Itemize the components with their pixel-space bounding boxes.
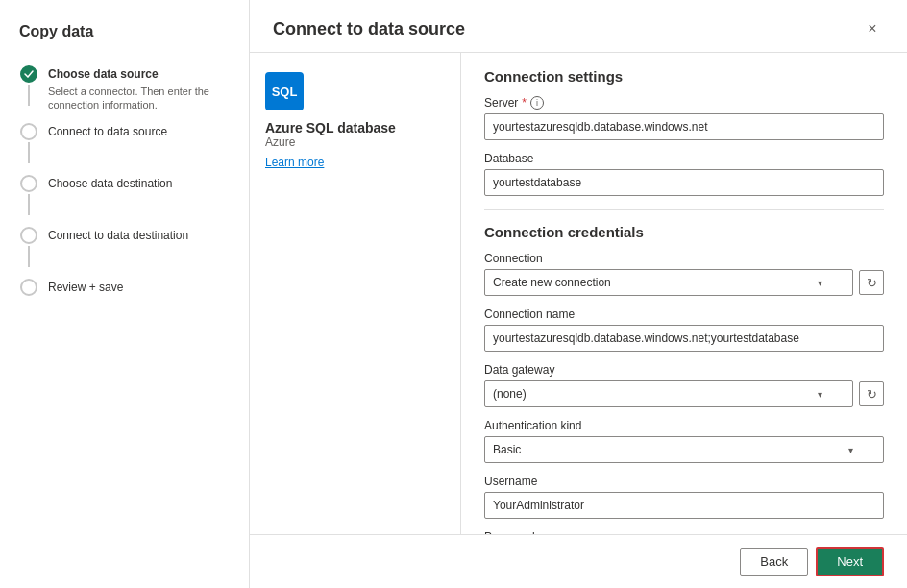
step-circle-2: [20, 123, 37, 140]
connection-name-label: Connection name: [484, 307, 884, 321]
sidebar-step-choose-destination: Choose data destination: [19, 169, 230, 221]
server-required: *: [522, 96, 527, 110]
step-indicator-1: [19, 65, 38, 106]
connection-credentials-title: Connection credentials: [484, 224, 884, 240]
sidebar: Copy data Choose data source Select a co…: [0, 0, 250, 588]
auth-kind-label: Authentication kind: [484, 419, 884, 432]
data-gateway-select[interactable]: (none): [484, 380, 853, 407]
page-title: Connect to data source: [273, 19, 465, 39]
step-content-4: Connect to data destination: [48, 227, 230, 244]
sidebar-step-connect-source: Connect to data source: [19, 117, 230, 169]
source-type: Azure: [265, 135, 445, 149]
auth-kind-select[interactable]: Basic: [484, 436, 884, 463]
source-icon: SQL: [265, 72, 304, 110]
back-button[interactable]: Back: [740, 548, 808, 576]
database-input[interactable]: [484, 169, 884, 196]
data-gateway-select-row: (none) ▾ ↻: [484, 380, 884, 407]
step-line-2: [28, 142, 30, 163]
copy-data-modal: Copy data Choose data source Select a co…: [0, 0, 907, 588]
data-gateway-label: Data gateway: [484, 363, 884, 377]
step-content-1: Choose data source Select a connector. T…: [48, 65, 230, 111]
learn-more-link[interactable]: Learn more: [265, 156, 324, 169]
main-panel: Connect to data source × SQL Azure SQL d…: [250, 0, 907, 588]
server-input[interactable]: [484, 113, 884, 140]
step-indicator-2: [19, 123, 38, 163]
auth-kind-field-group: Authentication kind Basic ▾: [484, 419, 884, 463]
step-indicator-4: [19, 227, 38, 267]
step-content-5: Review + save: [48, 279, 230, 296]
connection-select-wrapper: Create new connection ▾: [484, 269, 853, 296]
server-info-icon[interactable]: i: [530, 96, 544, 110]
step-content-3: Choose data destination: [48, 175, 230, 192]
next-button[interactable]: Next: [816, 547, 884, 576]
source-name: Azure SQL database: [265, 120, 445, 135]
step-indicator-5: [19, 279, 38, 296]
sidebar-step-choose-source: Choose data source Select a connector. T…: [19, 60, 230, 117]
close-button[interactable]: ×: [861, 17, 884, 40]
sidebar-step-review: Review + save: [19, 273, 230, 302]
step-line-3: [28, 194, 30, 215]
server-field-group: Server * i: [484, 96, 884, 140]
auth-kind-select-wrapper: Basic ▾: [484, 436, 884, 463]
connection-select-row: Create new connection ▾ ↻: [484, 269, 884, 296]
main-body: SQL Azure SQL database Azure Learn more …: [250, 53, 907, 534]
connection-select[interactable]: Create new connection: [484, 269, 853, 296]
connection-name-field-group: Connection name: [484, 307, 884, 352]
data-gateway-select-wrapper: (none) ▾: [484, 380, 853, 407]
database-field-group: Database: [484, 152, 884, 196]
connection-field-group: Connection Create new connection ▾ ↻: [484, 252, 884, 296]
step-circle-4: [20, 227, 37, 244]
data-gateway-field-group: Data gateway (none) ▾ ↻: [484, 363, 884, 407]
connection-label: Connection: [484, 252, 884, 265]
server-label: Server * i: [484, 96, 884, 110]
step-circle-1: [20, 65, 37, 83]
step-label-5: Review + save: [48, 280, 230, 296]
step-line-4: [28, 246, 30, 267]
step-line-1: [28, 85, 30, 106]
sidebar-step-connect-destination: Connect to data destination: [19, 221, 230, 273]
step-label-4: Connect to data destination: [48, 228, 230, 244]
step-content-2: Connect to data source: [48, 123, 230, 140]
database-label: Database: [484, 152, 884, 165]
step-label-3: Choose data destination: [48, 176, 230, 192]
username-field-group: Username: [484, 475, 884, 519]
section-divider: [484, 209, 884, 210]
connection-refresh-button[interactable]: ↻: [859, 270, 884, 295]
main-header: Connect to data source ×: [250, 0, 907, 53]
step-indicator-3: [19, 175, 38, 215]
data-gateway-refresh-button[interactable]: ↻: [859, 381, 884, 406]
step-label-1: Choose data source: [48, 66, 230, 83]
username-input[interactable]: [484, 492, 884, 519]
step-sublabel-1: Select a connector. Then enter the conne…: [48, 85, 230, 112]
main-footer: Back Next: [250, 534, 907, 588]
sidebar-title: Copy data: [19, 23, 230, 40]
step-circle-5: [20, 279, 37, 296]
step-circle-3: [20, 175, 37, 192]
source-info-panel: SQL Azure SQL database Azure Learn more: [250, 53, 461, 534]
connection-settings-title: Connection settings: [484, 68, 884, 85]
step-label-2: Connect to data source: [48, 124, 230, 140]
connection-name-input[interactable]: [484, 325, 884, 352]
settings-panel: Connection settings Server * i Database …: [461, 53, 907, 534]
username-label: Username: [484, 475, 884, 488]
